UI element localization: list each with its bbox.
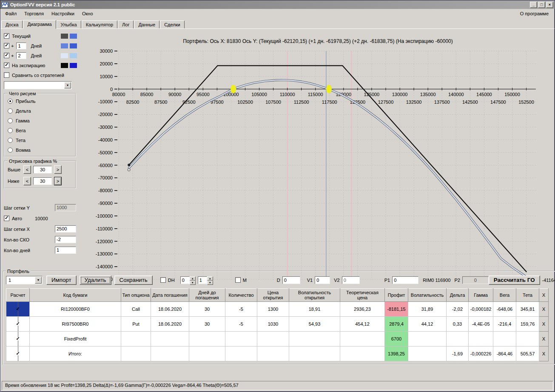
- what-option-radio[interactable]: [8, 128, 13, 133]
- sko-label: Кол-во СКО: [4, 237, 55, 242]
- menu-item[interactable]: Настройки: [48, 9, 78, 18]
- portfolio-select[interactable]: 1 ▼: [6, 276, 43, 284]
- color-swatch: [70, 53, 77, 58]
- row-checkbox[interactable]: [7, 332, 28, 347]
- row-delete-button[interactable]: X: [539, 302, 549, 317]
- dh-spinner-1-value[interactable]: 0: [180, 276, 190, 284]
- save-button[interactable]: Сохранить: [114, 276, 153, 285]
- curve-checkbox[interactable]: [4, 53, 9, 58]
- profit-chart: 3000020000100000-10000-20000-30000-40000…: [85, 48, 543, 284]
- row-calc-cell[interactable]: [6, 332, 30, 347]
- menu-item[interactable]: Окно: [78, 9, 97, 18]
- delete-button[interactable]: Удалить: [80, 276, 111, 285]
- m-checkbox[interactable]: [235, 277, 241, 283]
- d-input[interactable]: 0: [282, 276, 300, 284]
- table-cell: [189, 332, 225, 347]
- table-cell: -1,69: [447, 347, 469, 361]
- svg-text:137500: 137500: [434, 99, 450, 105]
- svg-text:-20000: -20000: [98, 112, 113, 117]
- title-bar[interactable]: OptionFVV версия 2.1 public _ □ ×: [0, 0, 555, 9]
- compare-label: Сравнить со стратегией: [12, 73, 64, 78]
- what-option-radio[interactable]: [8, 99, 13, 104]
- table-cell: [225, 347, 257, 361]
- row-delete-button[interactable]: X: [539, 332, 549, 347]
- spin-down-icon[interactable]: ▼: [190, 281, 196, 285]
- row-checkbox[interactable]: [7, 317, 28, 332]
- row-delete-button[interactable]: X: [539, 347, 549, 361]
- above-decrease-button[interactable]: <: [23, 165, 31, 174]
- tab[interactable]: Данные: [134, 20, 159, 28]
- import-button[interactable]: Импорт: [46, 276, 77, 285]
- table-cell: 30: [189, 317, 225, 332]
- svg-text:-60000: -60000: [98, 163, 113, 168]
- above-increase-button[interactable]: >: [54, 165, 62, 174]
- compare-checkbox[interactable]: [4, 72, 9, 78]
- days-offset-input[interactable]: 1: [16, 43, 26, 49]
- row-delete-button[interactable]: X: [539, 317, 549, 332]
- menu-item-about[interactable]: О программе: [515, 9, 554, 18]
- sko-input[interactable]: -2: [55, 236, 76, 243]
- below-input[interactable]: 30: [33, 177, 52, 185]
- curve-color-swatches: [61, 43, 77, 48]
- color-swatch: [70, 63, 77, 68]
- curve-checkbox[interactable]: [4, 43, 9, 48]
- grid-y-label: Шаг сетки Y: [4, 205, 55, 210]
- days-count-input[interactable]: 1: [55, 247, 76, 254]
- what-option-radio[interactable]: [8, 108, 13, 114]
- chevron-down-icon[interactable]: ▼: [35, 277, 42, 284]
- svg-text:-90000: -90000: [98, 201, 113, 206]
- tab[interactable]: Диаграмма: [23, 20, 56, 29]
- maximize-button[interactable]: □: [538, 2, 545, 8]
- close-button[interactable]: ×: [546, 2, 553, 8]
- days-offset-input[interactable]: 2: [16, 52, 26, 59]
- tab[interactable]: Калькулятор: [82, 20, 117, 28]
- dh-spinner-2-value[interactable]: 1: [198, 276, 207, 284]
- table-cell: Итого:: [30, 347, 121, 361]
- tab[interactable]: Доска: [1, 20, 23, 28]
- spin-up-icon[interactable]: ▲: [190, 276, 196, 281]
- menu-item[interactable]: Файл: [1, 9, 20, 18]
- row-calc-cell[interactable]: [6, 347, 30, 361]
- status-text: Время обновления 18 мс Profit=1398,25 De…: [5, 383, 239, 388]
- tab[interactable]: Улыбка: [57, 20, 81, 28]
- svg-text:150000: 150000: [504, 92, 520, 97]
- tab[interactable]: Сделки: [160, 20, 185, 28]
- calc-margin-button[interactable]: Рассчитать ГО: [489, 276, 540, 285]
- dh-checkbox[interactable]: [160, 277, 166, 283]
- grid-x-input[interactable]: 2500: [55, 225, 76, 233]
- what-option-radio[interactable]: [8, 148, 13, 153]
- color-swatch: [70, 43, 77, 48]
- curve-color-swatches: [61, 34, 77, 39]
- menu-item[interactable]: Торговля: [20, 9, 48, 18]
- chevron-down-icon[interactable]: ▼: [64, 82, 71, 88]
- row-calc-cell[interactable]: [6, 317, 30, 332]
- minimize-button[interactable]: _: [530, 2, 537, 8]
- v1-input[interactable]: 0: [315, 276, 330, 284]
- strategy-select[interactable]: ▼: [4, 81, 72, 89]
- p1-input[interactable]: 0: [392, 276, 418, 284]
- svg-text:85000: 85000: [140, 92, 154, 97]
- column-header: Количество: [225, 289, 257, 302]
- what-option-row: Тета: [8, 135, 74, 145]
- row-checkbox[interactable]: [7, 302, 28, 317]
- draw-range-title: Отрисовка графика %: [8, 159, 58, 164]
- spin-down-icon[interactable]: ▼: [207, 281, 213, 285]
- curve-checkbox[interactable]: [4, 62, 9, 68]
- below-increase-button[interactable]: >: [54, 177, 62, 185]
- auto-checkbox[interactable]: [4, 216, 9, 221]
- row-checkbox[interactable]: [7, 347, 28, 361]
- curve-checkbox[interactable]: [4, 33, 9, 39]
- column-header: Дней до погашения: [189, 289, 225, 302]
- row-calc-cell[interactable]: [6, 302, 30, 317]
- above-input[interactable]: 30: [33, 166, 52, 173]
- positions-table: РасчетКод бумагиТип опционаДата погашени…: [6, 288, 549, 361]
- table-cell: RI120000BF0: [30, 302, 121, 317]
- what-option-label: Гамма: [16, 118, 30, 123]
- v2-input[interactable]: 0: [342, 276, 360, 284]
- column-header: Тип опциона: [121, 289, 151, 302]
- tab[interactable]: Лог: [118, 20, 134, 28]
- what-option-radio[interactable]: [8, 118, 13, 123]
- spin-up-icon[interactable]: ▲: [207, 276, 213, 281]
- below-decrease-button[interactable]: <: [23, 177, 31, 185]
- what-option-radio[interactable]: [8, 138, 13, 143]
